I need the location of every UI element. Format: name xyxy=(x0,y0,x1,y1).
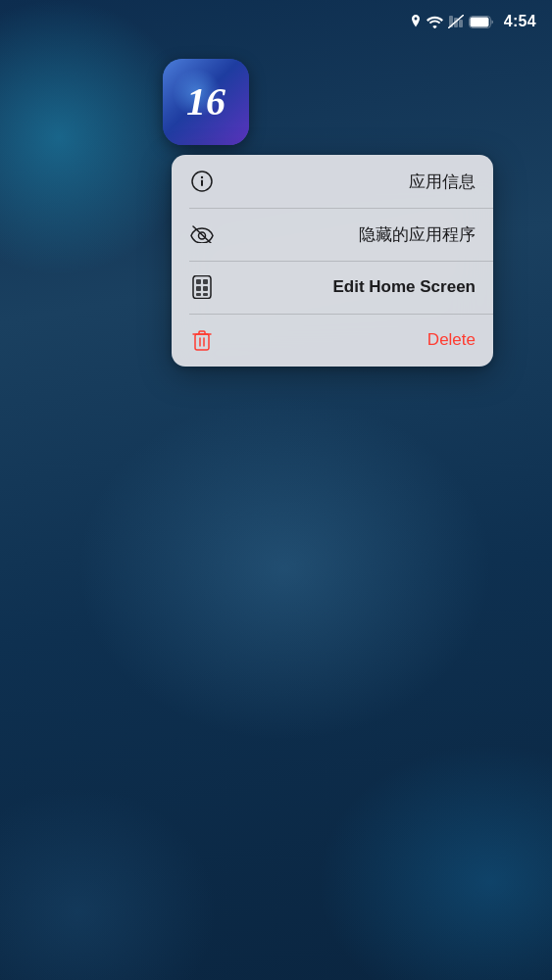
info-circle-icon xyxy=(189,169,215,194)
location-icon xyxy=(410,15,422,28)
wifi-icon xyxy=(427,16,443,28)
svg-rect-15 xyxy=(203,286,208,291)
trash-icon xyxy=(189,327,215,353)
svg-rect-14 xyxy=(196,286,201,291)
delete-label: Delete xyxy=(427,330,476,350)
context-menu: 应用信息 隐藏的应用程序 Edit Home Screen xyxy=(172,155,493,367)
menu-item-hide-app[interactable]: 隐藏的应用程序 xyxy=(172,208,493,261)
phone-screen-icon xyxy=(189,274,215,300)
app-info-label: 应用信息 xyxy=(409,171,476,193)
svg-rect-13 xyxy=(203,279,208,284)
svg-point-7 xyxy=(201,176,203,178)
svg-rect-12 xyxy=(196,279,201,284)
svg-rect-16 xyxy=(196,293,201,296)
app-icon-label: 16 xyxy=(186,82,226,122)
hide-icon xyxy=(189,221,215,247)
menu-item-app-info[interactable]: 应用信息 xyxy=(172,155,493,208)
svg-rect-8 xyxy=(201,180,203,187)
status-bar: 4:54 xyxy=(0,0,552,43)
svg-rect-18 xyxy=(195,334,209,350)
battery-icon xyxy=(469,16,494,28)
no-sim-icon xyxy=(448,15,464,28)
svg-rect-5 xyxy=(470,17,488,26)
edit-home-label: Edit Home Screen xyxy=(333,277,477,297)
status-icons xyxy=(410,15,494,28)
menu-item-edit-home[interactable]: Edit Home Screen xyxy=(172,261,493,314)
hide-app-label: 隐藏的应用程序 xyxy=(359,223,476,246)
app-icon[interactable]: 16 xyxy=(163,59,249,145)
wallpaper xyxy=(0,0,552,980)
svg-rect-17 xyxy=(203,293,208,296)
svg-rect-2 xyxy=(459,20,463,27)
menu-item-delete[interactable]: Delete xyxy=(172,314,493,367)
svg-rect-11 xyxy=(193,276,211,299)
status-time: 4:54 xyxy=(504,13,536,30)
